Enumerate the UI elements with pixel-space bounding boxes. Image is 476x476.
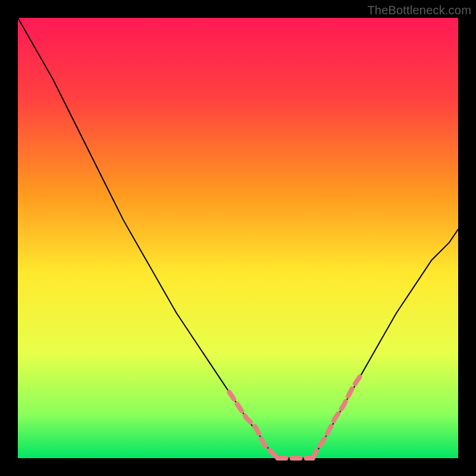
series-left-curve: [18, 18, 278, 458]
series-right-curve: [313, 229, 458, 458]
chart-svg-overlay: [18, 18, 458, 458]
outer-frame: TheBottleneck.com: [0, 0, 476, 476]
watermark-label: TheBottleneck.com: [367, 4, 471, 17]
dotted-left-descent: [229, 392, 277, 458]
